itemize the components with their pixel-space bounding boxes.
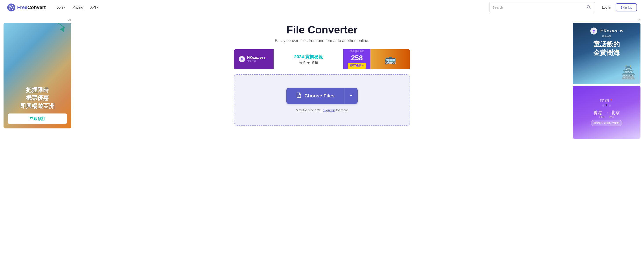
ad-banner-year: 2024 賞楓秘境 xyxy=(294,54,323,60)
header: FreeConvert Tools ▾ Pricing API ▾ Log In… xyxy=(0,0,644,15)
search-icon xyxy=(586,4,591,9)
left-advertisement: Ad 把握限時機票優惠即興暢遊亞洲 立即預訂 xyxy=(0,15,75,256)
right-ad-route: 香港 → 北京 xyxy=(594,110,620,116)
page-subtitle: Easily convert files from one format to … xyxy=(275,38,369,43)
search-button[interactable] xyxy=(586,4,592,11)
choose-files-label: Choose Files xyxy=(304,93,334,99)
ad-banner-route: 香港 ✈ 首爾 xyxy=(299,61,318,65)
file-size-note: Max file size 1GB. Sign Up for more xyxy=(296,108,348,112)
right-ad-bottom-visual[interactable]: 頤和園 📍 ✈ 香港 → 北京 HKG PKX 輕便飛 ‹ 素價低至港幣 xyxy=(573,86,640,139)
left-ad-cta: 立即預訂 xyxy=(8,113,67,124)
center-content: File Converter Easily convert files from… xyxy=(75,15,569,256)
dropdown-chevron-icon xyxy=(349,93,353,99)
ad-banner-price: 最優惠至港幣 258 即訂機票 » xyxy=(343,49,370,69)
api-chevron-icon: ▾ xyxy=(97,6,98,9)
right-ad-badge: Ad xyxy=(573,18,640,21)
choose-files-group: Choose Files xyxy=(286,88,358,104)
logo-free-text: Free xyxy=(17,4,27,10)
logo[interactable]: FreeConvert xyxy=(7,3,46,12)
pricing-nav-item[interactable]: Pricing xyxy=(69,4,86,11)
upload-signup-link[interactable]: Sign Up xyxy=(323,108,335,112)
right-advertisement: Ad e HKexpress 香港快運 童話般的金黃樹海 🏯 頤和園 📍 ✈ xyxy=(569,15,644,256)
ad-banner-cta: 即訂機票 » xyxy=(348,63,366,69)
left-ad-visual[interactable]: 把握限時機票優惠即興暢遊亞洲 立即預訂 xyxy=(4,23,71,128)
svg-text:e: e xyxy=(241,57,243,61)
ad-banner-image: 🚌 xyxy=(370,49,410,69)
choose-files-dropdown-button[interactable] xyxy=(344,88,358,104)
file-upload-icon xyxy=(296,92,302,99)
right-ad-title: 童話般的金黃樹海 xyxy=(594,40,620,57)
ad-banner[interactable]: e HKexpress 香港快運 2024 賞楓秘境 香港 ✈ 首爾 最優惠至港… xyxy=(234,49,410,69)
login-button[interactable]: Log In xyxy=(601,4,612,11)
page-title: File Converter xyxy=(286,24,358,36)
auth-area: Log In Sign Up xyxy=(601,3,637,11)
main-content: Ad 把握限時機票優惠即興暢遊亞洲 立即預訂 File Converter Ea… xyxy=(0,15,644,256)
tools-nav-item[interactable]: Tools ▾ xyxy=(52,4,68,11)
signup-button[interactable]: Sign Up xyxy=(616,3,637,11)
right-ad-top-visual[interactable]: e HKexpress 香港快運 童話般的金黃樹海 🏯 xyxy=(573,23,640,84)
choose-files-button[interactable]: Choose Files xyxy=(286,88,344,104)
tools-chevron-icon: ▾ xyxy=(64,6,65,9)
right-ad-to: 北京 xyxy=(611,110,620,116)
right-ad-from: 香港 xyxy=(594,110,602,116)
ad-banner-content: 2024 賞楓秘境 香港 ✈ 首爾 xyxy=(274,49,343,69)
ad-banner-autumn-visual: 🚌 xyxy=(370,49,410,69)
right-ad-brand: e HKexpress 香港快運 xyxy=(590,27,624,38)
ad-banner-price-value: 258 xyxy=(351,54,363,62)
logo-convert-text: Convert xyxy=(27,4,46,10)
ad-banner-brand: e HKexpress 香港快運 xyxy=(234,49,274,69)
left-ad-text: 把握限時機票優惠即興暢遊亞洲 xyxy=(20,86,54,110)
upload-area: Choose Files Max file size 1GB. Sign Up … xyxy=(234,74,410,126)
api-nav-item[interactable]: API ▾ xyxy=(87,4,101,11)
search-input[interactable] xyxy=(492,5,584,9)
left-ad-badge: Ad xyxy=(4,18,71,21)
svg-text:e: e xyxy=(592,28,595,33)
svg-line-3 xyxy=(590,8,590,9)
search-area xyxy=(489,2,595,13)
main-nav: Tools ▾ Pricing API ▾ xyxy=(52,4,101,11)
right-ad-cta: 輕便飛 ‹ 素價低至港幣 xyxy=(591,120,623,126)
svg-point-1 xyxy=(10,7,12,8)
